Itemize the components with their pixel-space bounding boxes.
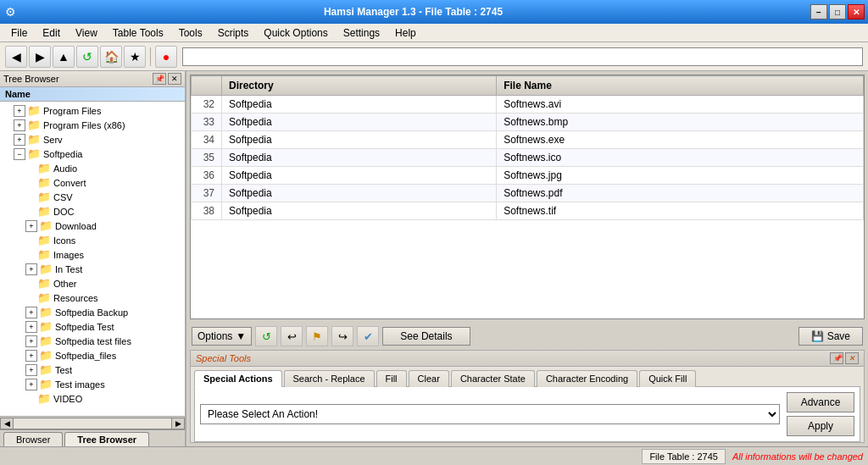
- tree-expand-button[interactable]: +: [25, 321, 37, 333]
- favorites-button[interactable]: ★: [124, 46, 146, 68]
- tree-item[interactable]: +📁In Test: [2, 262, 183, 276]
- special-tools-pin-button[interactable]: 📌: [830, 352, 843, 364]
- tree-item[interactable]: +📁Program Files (x86): [2, 118, 183, 132]
- tree-item[interactable]: 📁DOC: [2, 204, 183, 219]
- tree-expand-button[interactable]: +: [25, 379, 37, 390]
- home-button[interactable]: 🏠: [100, 46, 122, 68]
- tree-expand-button[interactable]: +: [14, 119, 25, 131]
- tree-item[interactable]: +📁Test images: [2, 377, 183, 391]
- tree-item[interactable]: +📁Softpedia Test: [2, 319, 183, 334]
- tree-item[interactable]: +📁Program Files: [2, 103, 183, 118]
- menu-item-tools[interactable]: Tools: [171, 25, 210, 42]
- tree-item[interactable]: +📁Serv: [2, 132, 183, 147]
- options-arrow-icon: ▼: [236, 330, 246, 342]
- table-row[interactable]: 37SoftpediaSoftnews.pdf: [192, 185, 864, 202]
- scroll-right-button[interactable]: ▶: [171, 418, 185, 429]
- table-row[interactable]: 34SoftpediaSoftnews.exe: [192, 131, 864, 149]
- table-row[interactable]: 33SoftpediaSoftnews.bmp: [192, 113, 864, 131]
- scroll-left-button[interactable]: ◀: [0, 418, 14, 429]
- tree-item[interactable]: 📁Audio: [2, 161, 183, 175]
- undo-button[interactable]: ↩: [281, 326, 303, 346]
- restore-button[interactable]: □: [829, 4, 846, 19]
- tree-item[interactable]: 📁Other: [2, 276, 183, 291]
- menu-item-table-tools[interactable]: Table Tools: [105, 25, 171, 42]
- minimize-button[interactable]: −: [810, 4, 827, 19]
- action-select[interactable]: Please Select An Action!: [200, 404, 780, 424]
- tree-item[interactable]: 📁VIDEO: [2, 391, 183, 406]
- titlebar-left: ⚙: [5, 5, 16, 19]
- tree-item[interactable]: 📁Icons: [2, 233, 183, 247]
- folder-icon: 📁: [37, 205, 51, 218]
- tree-content[interactable]: +📁Program Files+📁Program Files (x86)+📁Se…: [0, 102, 185, 416]
- stop-button[interactable]: ●: [155, 46, 177, 68]
- special-tab-character-state[interactable]: Character State: [451, 370, 535, 387]
- bottom-tab-tree-browser[interactable]: Tree Browser: [64, 432, 149, 446]
- menu-item-view[interactable]: View: [68, 25, 105, 42]
- tree-item[interactable]: +📁Download: [2, 219, 183, 233]
- special-tools-panel: Special Tools 📌 ✕ Special ActionsSearch …: [190, 350, 865, 443]
- tree-expand-button[interactable]: +: [14, 134, 25, 146]
- folder-icon: 📁: [39, 306, 53, 318]
- tree-expand-button[interactable]: +: [25, 263, 37, 275]
- tree-expand-button[interactable]: +: [25, 220, 37, 232]
- options-button[interactable]: Options ▼: [192, 327, 252, 346]
- tree-item[interactable]: −📁Softpedia: [2, 147, 183, 161]
- see-details-button[interactable]: See Details: [382, 327, 470, 346]
- tree-close-button[interactable]: ✕: [168, 73, 181, 85]
- tree-expand-button[interactable]: +: [25, 335, 37, 347]
- tree-item[interactable]: +📁Softpedia test files: [2, 334, 183, 348]
- special-tab-fill[interactable]: Fill: [376, 370, 407, 387]
- row-number: 36: [192, 167, 222, 185]
- menu-item-quick-options[interactable]: Quick Options: [256, 25, 335, 42]
- forward-button[interactable]: ▶: [29, 46, 51, 68]
- folder-icon: 📁: [39, 335, 53, 347]
- file-table-container[interactable]: Directory File Name 32SoftpediaSoftnews.…: [190, 75, 865, 319]
- tree-item[interactable]: +📁Softpedia_files: [2, 348, 183, 363]
- tree-item[interactable]: 📁Resources: [2, 291, 183, 305]
- tree-pin-button[interactable]: 📌: [153, 73, 166, 85]
- tree-item[interactable]: 📁Images: [2, 247, 183, 262]
- save-button[interactable]: 💾 Save: [798, 327, 863, 346]
- search-input[interactable]: [182, 47, 863, 66]
- tree-item[interactable]: +📁Test: [2, 363, 183, 377]
- tree-item[interactable]: 📁Convert: [2, 175, 183, 190]
- folder-icon: 📁: [37, 162, 51, 174]
- refresh-button[interactable]: ↺: [76, 46, 98, 68]
- tree-expand-button[interactable]: +: [25, 307, 37, 318]
- tree-horizontal-scrollbar[interactable]: ◀ ▶: [0, 416, 185, 429]
- tree-expand-button[interactable]: +: [25, 364, 37, 376]
- row-number: 37: [192, 185, 222, 202]
- apply-button[interactable]: Apply: [787, 416, 854, 436]
- tree-item-label: Program Files (x86): [43, 120, 125, 130]
- row-filename: Softnews.bmp: [497, 113, 864, 131]
- back-button[interactable]: ◀: [5, 46, 27, 68]
- special-tab-search-replace[interactable]: Search - Replace: [284, 370, 375, 387]
- menu-item-settings[interactable]: Settings: [336, 25, 387, 42]
- tree-expand-button[interactable]: +: [14, 105, 25, 117]
- check-button[interactable]: ✔: [357, 326, 379, 346]
- bottom-tab-browser[interactable]: Browser: [3, 432, 63, 446]
- up-button[interactable]: ▲: [53, 46, 75, 68]
- menu-item-help[interactable]: Help: [387, 25, 424, 42]
- table-row[interactable]: 35SoftpediaSoftnews.ico: [192, 149, 864, 167]
- menu-item-edit[interactable]: Edit: [35, 25, 68, 42]
- menu-item-scripts[interactable]: Scripts: [210, 25, 257, 42]
- table-row[interactable]: 38SoftpediaSoftnews.tif: [192, 202, 864, 220]
- close-button[interactable]: ✕: [848, 4, 865, 19]
- special-tab-special-actions[interactable]: Special Actions: [194, 370, 282, 387]
- refresh-table-button[interactable]: ↺: [255, 326, 277, 346]
- special-tab-clear[interactable]: Clear: [409, 370, 449, 387]
- table-row[interactable]: 36SoftpediaSoftnews.jpg: [192, 167, 864, 185]
- tree-item[interactable]: 📁CSV: [2, 190, 183, 204]
- tree-expand-button[interactable]: −: [14, 148, 25, 160]
- special-tab-character-encoding[interactable]: Character Encoding: [537, 370, 637, 387]
- redo-button[interactable]: ↪: [331, 326, 353, 346]
- tree-item[interactable]: +📁Softpedia Backup: [2, 305, 183, 319]
- advance-button[interactable]: Advance: [787, 392, 854, 412]
- menu-item-file[interactable]: File: [3, 25, 35, 42]
- special-tools-close-button[interactable]: ✕: [845, 352, 859, 364]
- flag-button[interactable]: ⚑: [306, 326, 328, 346]
- special-tab-quick-fill[interactable]: Quick Fill: [639, 370, 696, 387]
- tree-expand-button[interactable]: +: [25, 350, 37, 362]
- table-row[interactable]: 32SoftpediaSoftnews.avi: [192, 96, 864, 113]
